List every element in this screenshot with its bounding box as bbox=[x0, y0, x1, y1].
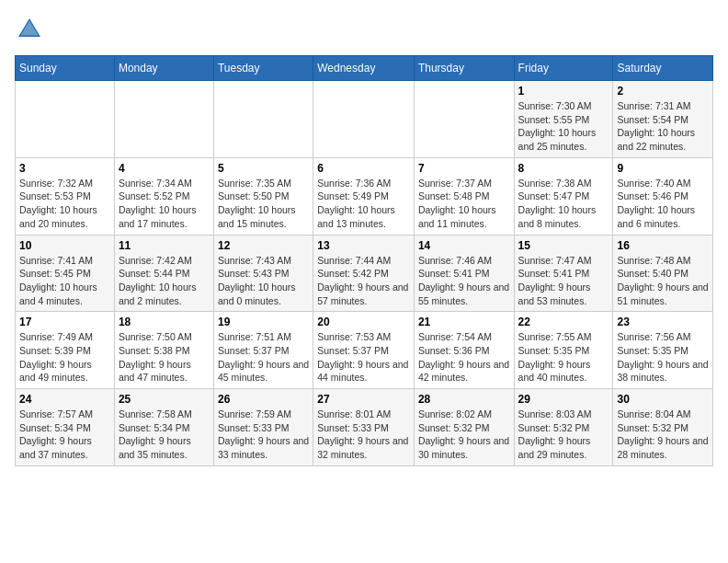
calendar-week-5: 24Sunrise: 7:57 AM Sunset: 5:34 PM Dayli… bbox=[16, 389, 713, 466]
calendar-cell bbox=[313, 81, 415, 158]
calendar-cell: 19Sunrise: 7:51 AM Sunset: 5:37 PM Dayli… bbox=[213, 312, 313, 389]
day-info: Sunrise: 8:01 AM Sunset: 5:33 PM Dayligh… bbox=[317, 408, 410, 462]
day-number: 8 bbox=[518, 162, 609, 175]
calendar-week-4: 17Sunrise: 7:49 AM Sunset: 5:39 PM Dayli… bbox=[16, 312, 713, 389]
day-number: 3 bbox=[19, 162, 110, 175]
calendar-cell bbox=[16, 81, 115, 158]
day-info: Sunrise: 7:48 AM Sunset: 5:40 PM Dayligh… bbox=[617, 254, 709, 308]
day-number: 5 bbox=[218, 162, 309, 175]
weekday-header-friday: Friday bbox=[514, 56, 613, 81]
day-info: Sunrise: 7:32 AM Sunset: 5:53 PM Dayligh… bbox=[19, 177, 110, 231]
day-info: Sunrise: 7:41 AM Sunset: 5:45 PM Dayligh… bbox=[19, 254, 110, 308]
day-number: 30 bbox=[617, 393, 709, 406]
day-number: 11 bbox=[119, 239, 210, 252]
calendar-cell: 20Sunrise: 7:53 AM Sunset: 5:37 PM Dayli… bbox=[313, 312, 415, 389]
calendar-cell: 15Sunrise: 7:47 AM Sunset: 5:41 PM Dayli… bbox=[514, 235, 613, 312]
day-info: Sunrise: 7:54 AM Sunset: 5:36 PM Dayligh… bbox=[418, 330, 510, 385]
weekday-header-row: SundayMondayTuesdayWednesdayThursdayFrid… bbox=[16, 56, 713, 81]
calendar-cell bbox=[414, 81, 514, 158]
day-number: 10 bbox=[19, 239, 110, 252]
calendar-week-3: 10Sunrise: 7:41 AM Sunset: 5:45 PM Dayli… bbox=[16, 235, 713, 312]
calendar-cell: 22Sunrise: 7:55 AM Sunset: 5:35 PM Dayli… bbox=[514, 312, 613, 389]
calendar-week-1: 1Sunrise: 7:30 AM Sunset: 5:55 PM Daylig… bbox=[16, 81, 713, 158]
calendar-cell bbox=[213, 81, 313, 158]
calendar-cell: 13Sunrise: 7:44 AM Sunset: 5:42 PM Dayli… bbox=[313, 235, 415, 312]
calendar-cell bbox=[114, 81, 213, 158]
calendar-cell: 21Sunrise: 7:54 AM Sunset: 5:36 PM Dayli… bbox=[414, 312, 514, 389]
day-number: 16 bbox=[617, 239, 709, 252]
day-info: Sunrise: 7:42 AM Sunset: 5:44 PM Dayligh… bbox=[119, 254, 210, 308]
calendar-cell: 28Sunrise: 8:02 AM Sunset: 5:32 PM Dayli… bbox=[414, 389, 514, 466]
calendar-cell: 9Sunrise: 7:40 AM Sunset: 5:46 PM Daylig… bbox=[613, 157, 713, 235]
weekday-header-tuesday: Tuesday bbox=[213, 56, 313, 81]
weekday-header-thursday: Thursday bbox=[414, 56, 514, 81]
day-number: 20 bbox=[317, 316, 410, 328]
calendar-cell: 2Sunrise: 7:31 AM Sunset: 5:54 PM Daylig… bbox=[613, 81, 713, 158]
calendar-body: 1Sunrise: 7:30 AM Sunset: 5:55 PM Daylig… bbox=[16, 81, 713, 466]
day-number: 17 bbox=[19, 316, 110, 328]
day-info: Sunrise: 7:30 AM Sunset: 5:55 PM Dayligh… bbox=[518, 99, 609, 154]
day-number: 25 bbox=[119, 393, 210, 406]
day-number: 24 bbox=[19, 393, 110, 406]
day-number: 7 bbox=[418, 162, 510, 175]
calendar-cell: 16Sunrise: 7:48 AM Sunset: 5:40 PM Dayli… bbox=[613, 235, 713, 312]
day-info: Sunrise: 7:34 AM Sunset: 5:52 PM Dayligh… bbox=[119, 177, 210, 231]
calendar-cell: 12Sunrise: 7:43 AM Sunset: 5:43 PM Dayli… bbox=[213, 235, 313, 312]
calendar-cell: 6Sunrise: 7:36 AM Sunset: 5:49 PM Daylig… bbox=[313, 157, 415, 235]
calendar-cell: 11Sunrise: 7:42 AM Sunset: 5:44 PM Dayli… bbox=[114, 235, 213, 312]
calendar-cell: 18Sunrise: 7:50 AM Sunset: 5:38 PM Dayli… bbox=[114, 312, 213, 389]
day-number: 6 bbox=[317, 162, 410, 175]
day-info: Sunrise: 7:40 AM Sunset: 5:46 PM Dayligh… bbox=[617, 177, 709, 231]
day-info: Sunrise: 7:56 AM Sunset: 5:35 PM Dayligh… bbox=[617, 330, 709, 385]
calendar-cell: 7Sunrise: 7:37 AM Sunset: 5:48 PM Daylig… bbox=[414, 157, 514, 235]
day-info: Sunrise: 7:44 AM Sunset: 5:42 PM Dayligh… bbox=[317, 254, 410, 308]
weekday-header-saturday: Saturday bbox=[613, 56, 713, 81]
day-info: Sunrise: 7:55 AM Sunset: 5:35 PM Dayligh… bbox=[518, 330, 609, 385]
calendar-cell: 14Sunrise: 7:46 AM Sunset: 5:41 PM Dayli… bbox=[414, 235, 514, 312]
calendar-cell: 29Sunrise: 8:03 AM Sunset: 5:32 PM Dayli… bbox=[514, 389, 613, 466]
calendar-cell: 24Sunrise: 7:57 AM Sunset: 5:34 PM Dayli… bbox=[16, 389, 115, 466]
day-info: Sunrise: 7:58 AM Sunset: 5:34 PM Dayligh… bbox=[119, 408, 210, 462]
weekday-header-wednesday: Wednesday bbox=[313, 56, 415, 81]
day-info: Sunrise: 7:35 AM Sunset: 5:50 PM Dayligh… bbox=[218, 177, 309, 231]
calendar-cell: 27Sunrise: 8:01 AM Sunset: 5:33 PM Dayli… bbox=[313, 389, 415, 466]
svg-marker-1 bbox=[20, 20, 38, 35]
calendar-week-2: 3Sunrise: 7:32 AM Sunset: 5:53 PM Daylig… bbox=[16, 157, 713, 235]
day-number: 21 bbox=[418, 316, 510, 328]
day-info: Sunrise: 7:49 AM Sunset: 5:39 PM Dayligh… bbox=[19, 330, 110, 385]
calendar-cell: 23Sunrise: 7:56 AM Sunset: 5:35 PM Dayli… bbox=[613, 312, 713, 389]
calendar-cell: 26Sunrise: 7:59 AM Sunset: 5:33 PM Dayli… bbox=[213, 389, 313, 466]
day-info: Sunrise: 7:36 AM Sunset: 5:49 PM Dayligh… bbox=[317, 177, 410, 231]
day-number: 23 bbox=[617, 316, 709, 328]
day-info: Sunrise: 7:53 AM Sunset: 5:37 PM Dayligh… bbox=[317, 330, 410, 385]
weekday-header-sunday: Sunday bbox=[16, 56, 115, 81]
day-number: 13 bbox=[317, 239, 410, 252]
day-info: Sunrise: 7:31 AM Sunset: 5:54 PM Dayligh… bbox=[617, 99, 709, 154]
day-number: 12 bbox=[218, 239, 309, 252]
day-number: 28 bbox=[418, 393, 510, 406]
day-number: 27 bbox=[317, 393, 410, 406]
calendar-cell: 1Sunrise: 7:30 AM Sunset: 5:55 PM Daylig… bbox=[514, 81, 613, 158]
calendar-cell: 10Sunrise: 7:41 AM Sunset: 5:45 PM Dayli… bbox=[16, 235, 115, 312]
calendar-cell: 30Sunrise: 8:04 AM Sunset: 5:32 PM Dayli… bbox=[613, 389, 713, 466]
day-number: 19 bbox=[218, 316, 309, 328]
calendar-table: SundayMondayTuesdayWednesdayThursdayFrid… bbox=[15, 55, 713, 466]
day-info: Sunrise: 8:02 AM Sunset: 5:32 PM Dayligh… bbox=[418, 408, 510, 462]
day-info: Sunrise: 7:51 AM Sunset: 5:37 PM Dayligh… bbox=[218, 330, 309, 385]
calendar-cell: 5Sunrise: 7:35 AM Sunset: 5:50 PM Daylig… bbox=[213, 157, 313, 235]
day-number: 2 bbox=[617, 85, 709, 98]
day-info: Sunrise: 7:47 AM Sunset: 5:41 PM Dayligh… bbox=[518, 254, 609, 308]
calendar-cell: 17Sunrise: 7:49 AM Sunset: 5:39 PM Dayli… bbox=[16, 312, 115, 389]
day-info: Sunrise: 7:57 AM Sunset: 5:34 PM Dayligh… bbox=[19, 408, 110, 462]
day-info: Sunrise: 7:37 AM Sunset: 5:48 PM Dayligh… bbox=[418, 177, 510, 231]
day-number: 4 bbox=[119, 162, 210, 175]
day-number: 29 bbox=[518, 393, 609, 406]
day-info: Sunrise: 8:03 AM Sunset: 5:32 PM Dayligh… bbox=[518, 408, 609, 462]
calendar-cell: 8Sunrise: 7:38 AM Sunset: 5:47 PM Daylig… bbox=[514, 157, 613, 235]
day-info: Sunrise: 7:59 AM Sunset: 5:33 PM Dayligh… bbox=[218, 408, 309, 462]
weekday-header-monday: Monday bbox=[114, 56, 213, 81]
day-number: 18 bbox=[119, 316, 210, 328]
day-number: 15 bbox=[518, 239, 609, 252]
day-info: Sunrise: 7:38 AM Sunset: 5:47 PM Dayligh… bbox=[518, 177, 609, 231]
logo bbox=[15, 15, 48, 44]
